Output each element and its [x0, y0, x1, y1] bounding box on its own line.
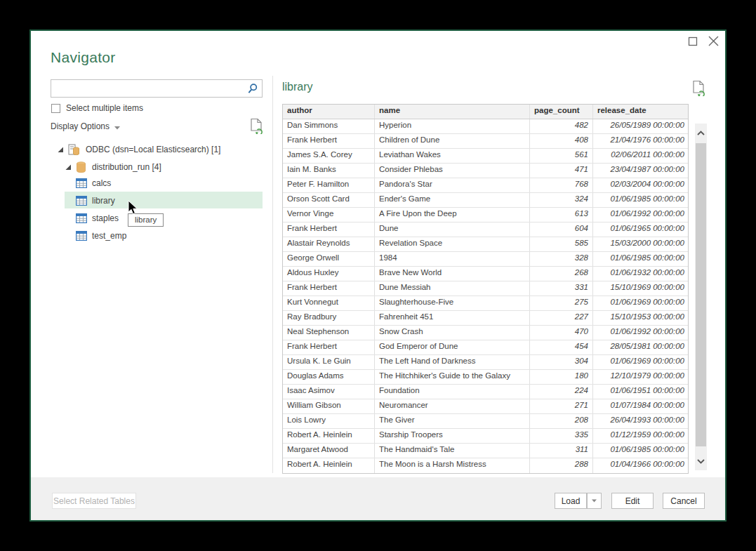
table-row: Orson Scott Card Ender's Game 324 01/06/…	[283, 193, 688, 208]
cell-release-date: 01/07/1984 00:00:00	[593, 399, 689, 413]
cell-page-count: 613	[530, 208, 593, 222]
table-row: George Orwell 1984 328 01/06/1985 00:00:…	[283, 252, 688, 267]
cell-release-date: 15/03/2000 00:00:00	[593, 237, 689, 251]
table-header-row: author name page_count release_date	[283, 105, 688, 119]
cell-name: Brave New World	[375, 267, 530, 281]
refresh-preview-icon[interactable]	[249, 118, 263, 137]
cell-page-count: 208	[530, 414, 593, 428]
cell-author: Isaac Asimov	[283, 385, 375, 399]
cancel-button[interactable]: Cancel	[663, 493, 705, 509]
cell-author: Frank Herbert	[283, 223, 375, 237]
cell-release-date: 15/10/1969 00:00:00	[593, 281, 689, 296]
cell-page-count: 271	[530, 399, 593, 413]
tree-node-odbc-source[interactable]: ODBC (dsn=Local Elasticsearch) [1]	[58, 142, 220, 157]
preview-title: library	[282, 81, 313, 93]
cell-release-date: 01/06/1985 00:00:00	[593, 444, 689, 458]
cell-name: Pandora's Star	[375, 178, 530, 192]
load-button[interactable]: Load	[555, 493, 587, 509]
cell-release-date: 02/03/2004 00:00:00	[593, 178, 689, 192]
tree-node-label: library	[92, 196, 115, 206]
edit-button[interactable]: Edit	[611, 493, 654, 509]
maximize-button[interactable]	[688, 36, 698, 46]
tree-node-label: calcs	[92, 178, 111, 188]
table-row: Robert A. Heinlein The Moon is a Harsh M…	[283, 458, 688, 473]
cell-author: Robert A. Heinlein	[283, 429, 375, 443]
cell-name: Starship Troopers	[375, 429, 530, 443]
tree-node-database[interactable]: distribution_run [4]	[65, 159, 161, 175]
select-related-tables-button[interactable]: Select Related Tables	[52, 493, 136, 509]
table-row: James S.A. Corey Leviathan Wakes 561 02/…	[283, 149, 688, 164]
cell-page-count: 304	[530, 355, 593, 369]
page-title: Navigator	[51, 49, 116, 66]
chevron-down-icon	[114, 122, 121, 132]
cell-author: Peter F. Hamilton	[283, 178, 375, 192]
tree-node-table[interactable]: calcs	[31, 174, 272, 192]
table-icon	[76, 213, 87, 223]
cell-page-count: 224	[530, 385, 593, 399]
footer-bar: Select Related Tables Load Edit Cancel	[31, 477, 725, 520]
cell-name: Children of Dune	[375, 134, 530, 148]
cell-author: Ursula K. Le Guin	[283, 355, 375, 369]
column-header-release-date[interactable]: release_date	[593, 105, 689, 119]
preview-scrollbar[interactable]	[695, 124, 707, 470]
table-row: Frank Herbert Dune Messiah 331 15/10/196…	[283, 281, 688, 296]
cell-author: Douglas Adams	[283, 370, 375, 384]
search-input[interactable]	[54, 81, 245, 96]
cell-author: Ray Bradbury	[283, 311, 375, 325]
mouse-cursor-icon	[128, 200, 139, 218]
cell-name: 1984	[375, 252, 530, 266]
search-box	[51, 79, 263, 98]
scroll-up-icon[interactable]	[695, 125, 707, 140]
tree-node-table[interactable]: library	[31, 192, 272, 209]
cell-author: George Orwell	[283, 252, 375, 266]
cell-page-count: 288	[530, 458, 593, 473]
cell-page-count: 585	[530, 237, 593, 251]
scrollbar-thumb[interactable]	[696, 143, 706, 446]
table-row: Lois Lowry The Giver 208 26/04/1993 00:0…	[283, 414, 688, 429]
cell-author: Aldous Huxley	[283, 267, 375, 281]
display-options-dropdown[interactable]: Display Options	[51, 121, 121, 132]
cell-page-count: 470	[530, 326, 593, 340]
cell-release-date: 21/04/1976 00:00:00	[593, 134, 689, 148]
column-header-page-count[interactable]: page_count	[530, 105, 593, 119]
close-button[interactable]	[708, 35, 719, 47]
cell-release-date: 26/05/1989 00:00:00	[593, 119, 689, 133]
cell-release-date: 28/05/1981 00:00:00	[593, 340, 689, 354]
table-row: Frank Herbert Dune 604 01/06/1965 00:00:…	[283, 223, 688, 237]
search-icon[interactable]	[247, 83, 258, 98]
cell-author: William Gibson	[283, 399, 375, 413]
column-header-author[interactable]: author	[283, 105, 375, 119]
cell-release-date: 01/06/1992 00:00:00	[593, 208, 689, 222]
cell-page-count: 335	[530, 429, 593, 443]
expand-collapse-icon[interactable]	[58, 147, 64, 153]
cell-name: Dune	[375, 223, 530, 237]
cell-release-date: 01/04/1966 00:00:00	[593, 458, 689, 473]
display-options-label: Display Options	[51, 121, 110, 131]
cell-page-count: 311	[530, 444, 593, 458]
load-dropdown-button[interactable]	[587, 493, 602, 509]
cell-name: Hyperion	[375, 119, 530, 133]
table-row: Robert A. Heinlein Starship Troopers 335…	[283, 429, 688, 444]
column-header-name[interactable]: name	[375, 105, 530, 119]
scroll-down-icon[interactable]	[695, 453, 707, 469]
cell-name: Dune Messiah	[375, 281, 530, 296]
cell-name: Fahrenheit 451	[375, 311, 530, 325]
select-multiple-row: Select multiple items	[51, 102, 143, 114]
tree-node-table[interactable]: test_emp	[31, 227, 272, 244]
cell-page-count: 268	[530, 267, 593, 281]
tree-node-label: ODBC (dsn=Local Elasticsearch) [1]	[86, 145, 220, 154]
table-row: Frank Herbert Children of Dune 408 21/04…	[283, 134, 688, 149]
table-row: Vernor Vinge A Fire Upon the Deep 613 01…	[283, 208, 688, 223]
cell-release-date: 15/10/1953 00:00:00	[593, 311, 689, 325]
select-multiple-checkbox[interactable]	[51, 104, 60, 113]
cell-author: Frank Herbert	[283, 281, 375, 296]
table-row: Alastair Reynolds Revelation Space 585 1…	[283, 237, 688, 252]
cell-author: Kurt Vonnegut	[283, 296, 375, 310]
expand-collapse-icon[interactable]	[65, 164, 72, 171]
cell-name: Snow Crash	[375, 326, 530, 340]
preview-table: author name page_count release_date Dan …	[282, 104, 689, 474]
cell-release-date: 01/06/1985 00:00:00	[593, 252, 689, 266]
refresh-preview-icon[interactable]	[691, 80, 705, 99]
tree-node-label: staples	[92, 213, 119, 223]
cell-page-count: 328	[530, 252, 593, 266]
